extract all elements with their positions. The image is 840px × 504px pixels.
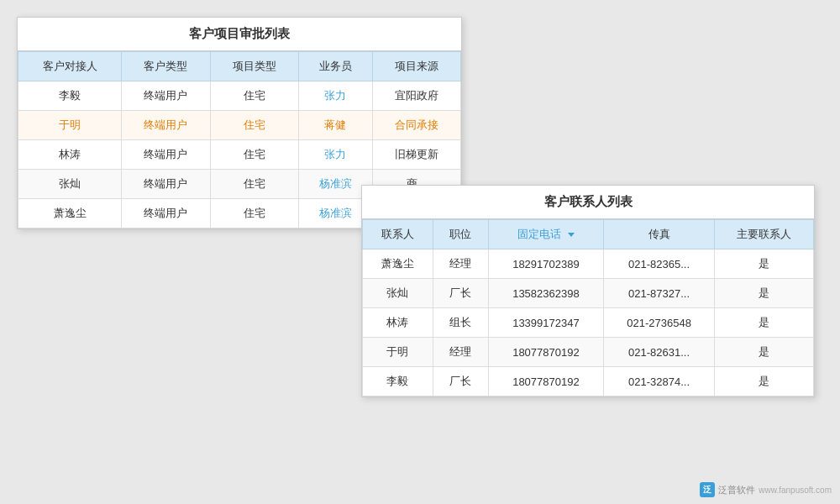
cell-primary: 是: [715, 249, 814, 279]
cell-source: 旧梯更新: [372, 140, 460, 170]
cell-contact: 张灿: [18, 170, 122, 199]
col-phone[interactable]: 固定电话: [489, 220, 604, 249]
table-row: 林涛 组长 13399172347 021-2736548 是: [363, 308, 814, 338]
table-row: 林涛 终端用户 住宅 张力 旧梯更新: [18, 140, 461, 170]
col-source: 项目来源: [372, 52, 460, 81]
cell-project-type: 住宅: [210, 81, 298, 111]
table-row: 李毅 终端用户 住宅 张力 宜阳政府: [18, 81, 461, 111]
cell-salesman: 张力: [298, 140, 372, 170]
panel1-title: 客户项目审批列表: [18, 18, 461, 51]
contact-list-table: 联系人 职位 固定电话 传真 主要联系人 萧逸尘 经理 18291702389 …: [362, 219, 814, 396]
contact-table-header-row: 联系人 职位 固定电话 传真 主要联系人: [363, 220, 814, 249]
cell-source: 合同承接: [372, 111, 460, 140]
cell-phone: 13399172347: [489, 308, 604, 338]
cell-position: 经理: [433, 249, 489, 279]
col-phone-label: 固定电话: [517, 228, 561, 240]
cell-fax: 021-82365...: [603, 249, 715, 279]
col-type: 客户类型: [122, 52, 210, 81]
cell-fax: 021-2736548: [603, 308, 715, 338]
cell-name: 于明: [363, 338, 433, 367]
cell-position: 厂长: [433, 279, 489, 308]
watermark: 泛 泛普软件 www.fanpusoft.com: [700, 482, 832, 497]
cell-contact: 萧逸尘: [18, 199, 122, 228]
cell-salesman: 张力: [298, 81, 372, 111]
sort-icon: [568, 233, 575, 237]
col-project-type: 项目类型: [210, 52, 298, 81]
cell-phone: 13582362398: [489, 279, 604, 308]
cell-primary: 是: [715, 367, 814, 396]
cell-name: 张灿: [363, 279, 433, 308]
cell-phone: 18077870192: [489, 367, 604, 396]
table-header-row: 客户对接人 客户类型 项目类型 业务员 项目来源: [18, 52, 461, 81]
cell-name: 林涛: [363, 308, 433, 338]
watermark-logo: 泛: [700, 482, 715, 497]
col-salesman: 业务员: [298, 52, 372, 81]
watermark-url: www.fanpusoft.com: [759, 486, 832, 495]
cell-name: 李毅: [363, 367, 433, 396]
cell-position: 经理: [433, 338, 489, 367]
table-row: 于明 终端用户 住宅 蒋健 合同承接: [18, 111, 461, 140]
cell-fax: 021-82631...: [603, 338, 715, 367]
cell-project-type: 住宅: [210, 170, 298, 199]
col-name: 联系人: [363, 220, 433, 249]
cell-type: 终端用户: [122, 111, 210, 140]
table-row: 萧逸尘 经理 18291702389 021-82365... 是: [363, 249, 814, 279]
cell-salesman: 蒋健: [298, 111, 372, 140]
cell-primary: 是: [715, 338, 814, 367]
cell-fax: 021-32874...: [603, 367, 715, 396]
cell-position: 厂长: [433, 367, 489, 396]
cell-type: 终端用户: [122, 170, 210, 199]
col-contact: 客户对接人: [18, 52, 122, 81]
cell-contact: 林涛: [18, 140, 122, 170]
col-fax: 传真: [603, 220, 715, 249]
cell-type: 终端用户: [122, 140, 210, 170]
cell-phone: 18077870192: [489, 338, 604, 367]
col-position: 职位: [433, 220, 489, 249]
table-row: 李毅 厂长 18077870192 021-32874... 是: [363, 367, 814, 396]
cell-source: 宜阳政府: [372, 81, 460, 111]
cell-phone: 18291702389: [489, 249, 604, 279]
contact-list-panel: 客户联系人列表 联系人 职位 固定电话 传真 主要联系人 萧逸尘 经理 1829…: [361, 185, 815, 397]
cell-project-type: 住宅: [210, 111, 298, 140]
table-row: 于明 经理 18077870192 021-82631... 是: [363, 338, 814, 367]
watermark-text: 泛普软件: [718, 484, 755, 496]
cell-primary: 是: [715, 308, 814, 338]
cell-contact: 于明: [18, 111, 122, 140]
cell-type: 终端用户: [122, 199, 210, 228]
cell-project-type: 住宅: [210, 199, 298, 228]
cell-primary: 是: [715, 279, 814, 308]
cell-position: 组长: [433, 308, 489, 338]
col-primary: 主要联系人: [715, 220, 814, 249]
cell-name: 萧逸尘: [363, 249, 433, 279]
cell-type: 终端用户: [122, 81, 210, 111]
panel2-title: 客户联系人列表: [362, 186, 814, 219]
cell-contact: 李毅: [18, 81, 122, 111]
cell-project-type: 住宅: [210, 140, 298, 170]
table-row: 张灿 厂长 13582362398 021-87327... 是: [363, 279, 814, 308]
cell-fax: 021-87327...: [603, 279, 715, 308]
